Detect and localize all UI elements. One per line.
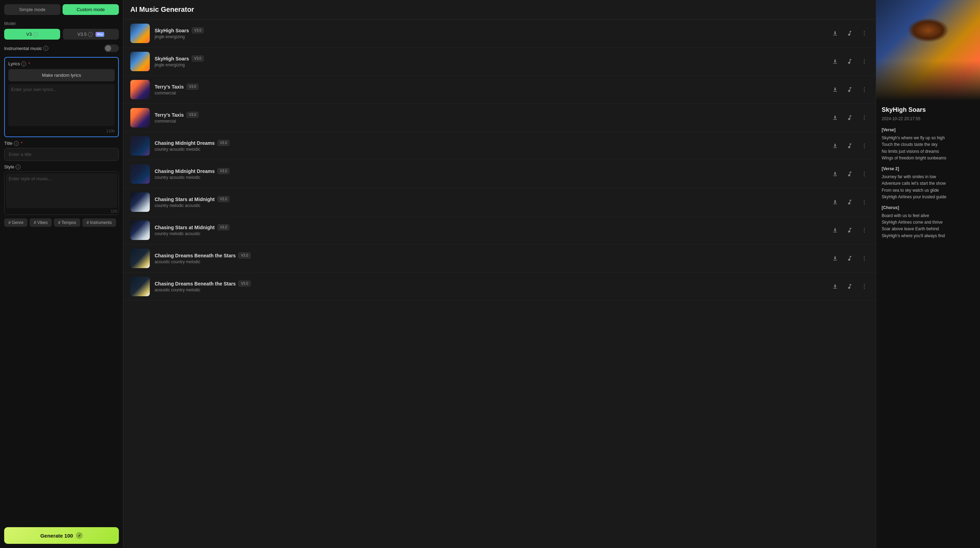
- svg-point-26: [864, 260, 865, 260]
- more-options-button[interactable]: [860, 85, 869, 94]
- download-button[interactable]: [830, 85, 840, 94]
- instrumental-toggle[interactable]: [104, 44, 119, 52]
- song-tags: jingle energizing: [154, 62, 826, 67]
- generate-button[interactable]: Generate 100 ✓: [4, 527, 119, 544]
- download-icon: [832, 114, 838, 121]
- right-panel: SkyHigh Soars 2024-10-22 20:17:55 [Verse…: [876, 0, 980, 548]
- download-button[interactable]: [830, 226, 840, 235]
- title-info-icon[interactable]: i: [14, 141, 19, 146]
- download-icon: [832, 171, 838, 177]
- music-note-button[interactable]: [845, 282, 854, 291]
- svg-point-17: [864, 175, 865, 176]
- sidebar: Simple mode Custom mode Model V3 i V3.5 …: [0, 0, 123, 548]
- more-options-button[interactable]: [860, 198, 869, 206]
- version-badge: V3.0: [218, 140, 230, 146]
- main-content: AI Music Generator SkyHigh Soars V3.0 ji…: [123, 0, 876, 548]
- song-title-row: Chasing Stars at Midnight V3.0: [154, 196, 826, 202]
- genre-tag-btn[interactable]: # Genre: [4, 218, 27, 227]
- lyrics-textarea[interactable]: [8, 84, 115, 126]
- music-note-button[interactable]: [845, 254, 854, 263]
- download-icon: [832, 255, 838, 262]
- song-thumbnail: [130, 24, 150, 43]
- more-options-button[interactable]: [860, 57, 869, 66]
- song-item[interactable]: Chasing Stars at Midnight V3.0 country m…: [123, 216, 876, 245]
- download-button[interactable]: [830, 57, 840, 66]
- more-icon: [861, 58, 867, 65]
- music-note-button[interactable]: [845, 170, 854, 178]
- style-label: Style: [4, 164, 14, 170]
- v3-info-icon[interactable]: i: [33, 32, 38, 37]
- song-info: Chasing Stars at Midnight V3.0 country m…: [154, 224, 826, 236]
- music-note-icon: [846, 58, 853, 65]
- more-options-button[interactable]: [860, 254, 869, 263]
- svg-point-2: [864, 35, 865, 35]
- song-title-row: Chasing Midnight Dreams V3.0: [154, 168, 826, 174]
- music-note-button[interactable]: [845, 198, 854, 206]
- download-button[interactable]: [830, 29, 840, 38]
- mode-tabs: Simple mode Custom mode: [4, 4, 119, 15]
- download-button[interactable]: [830, 282, 840, 291]
- more-icon: [861, 30, 867, 37]
- song-info: Chasing Midnight Dreams V3.0 country aco…: [154, 168, 826, 180]
- simple-mode-tab[interactable]: Simple mode: [4, 4, 60, 15]
- song-item[interactable]: Chasing Dreams Beneath the Stars V3.0 ac…: [123, 245, 876, 273]
- tempos-tag-btn[interactable]: # Tempos: [54, 218, 80, 227]
- song-item[interactable]: SkyHigh Soars V3.0 jingle energizing: [123, 48, 876, 76]
- style-info-icon[interactable]: i: [16, 165, 21, 170]
- svg-point-16: [864, 174, 865, 174]
- instrumental-info-icon[interactable]: i: [43, 46, 48, 51]
- song-item[interactable]: Chasing Midnight Dreams V3.0 country aco…: [123, 160, 876, 188]
- v35-model-btn[interactable]: V3.5 i Pro: [63, 29, 119, 40]
- more-options-button[interactable]: [860, 141, 869, 150]
- song-item[interactable]: Terry's Taxis V3.0 commercial: [123, 76, 876, 104]
- song-item[interactable]: Terry's Taxis V3.0 commercial: [123, 104, 876, 132]
- more-options-button[interactable]: [860, 113, 869, 122]
- music-note-button[interactable]: [845, 113, 854, 122]
- model-buttons: V3 i V3.5 i Pro: [4, 29, 119, 40]
- song-item[interactable]: Chasing Stars at Midnight V3.0 country m…: [123, 188, 876, 216]
- more-options-button[interactable]: [860, 226, 869, 235]
- music-note-button[interactable]: [845, 141, 854, 150]
- download-button[interactable]: [830, 113, 840, 122]
- more-icon: [861, 86, 867, 93]
- download-button[interactable]: [830, 198, 840, 206]
- custom-mode-tab[interactable]: Custom mode: [62, 4, 119, 15]
- song-title-row: Terry's Taxis V3.0: [154, 112, 826, 118]
- music-note-button[interactable]: [845, 29, 854, 38]
- more-options-button[interactable]: [860, 170, 869, 178]
- music-note-button[interactable]: [845, 57, 854, 66]
- vibes-tag-btn[interactable]: # Vibes: [30, 218, 52, 227]
- chorus-section: [Chorus] Board with us to feel alive Sky…: [881, 205, 974, 239]
- song-item[interactable]: Chasing Dreams Beneath the Stars V3.0 ac…: [123, 273, 876, 301]
- style-char-count: 120: [6, 209, 117, 213]
- verse2-header: [Verse 2]: [881, 166, 974, 172]
- music-note-icon: [846, 199, 853, 205]
- download-button[interactable]: [830, 254, 840, 263]
- download-button[interactable]: [830, 170, 840, 178]
- v3-model-btn[interactable]: V3 i: [4, 29, 60, 40]
- more-options-button[interactable]: [860, 282, 869, 291]
- song-item[interactable]: SkyHigh Soars V3.0 jingle energizing: [123, 19, 876, 48]
- song-tags: acoustic country melodic: [154, 259, 826, 264]
- song-item[interactable]: Chasing Midnight Dreams V3.0 country aco…: [123, 132, 876, 160]
- lyrics-info-icon[interactable]: i: [21, 62, 26, 66]
- v35-info-icon[interactable]: i: [88, 32, 93, 37]
- music-note-icon: [846, 283, 853, 290]
- svg-point-13: [864, 146, 865, 146]
- more-options-button[interactable]: [860, 29, 869, 38]
- title-input[interactable]: [5, 148, 118, 160]
- music-note-button[interactable]: [845, 226, 854, 235]
- verse2-section: [Verse 2] Journey far with smiles in tow…: [881, 166, 974, 200]
- chorus-header: [Chorus]: [881, 205, 974, 211]
- style-textarea[interactable]: [6, 173, 117, 208]
- music-note-button[interactable]: [845, 85, 854, 94]
- more-icon: [861, 171, 867, 177]
- instruments-tag-btn[interactable]: # Instruments: [82, 218, 116, 227]
- song-actions: [830, 170, 869, 178]
- check-icon: ✓: [76, 532, 83, 539]
- more-icon: [861, 283, 867, 290]
- random-lyrics-button[interactable]: Make random lyrics: [8, 69, 115, 81]
- pro-badge: Pro: [95, 32, 104, 37]
- download-button[interactable]: [830, 141, 840, 150]
- svg-point-22: [864, 230, 865, 230]
